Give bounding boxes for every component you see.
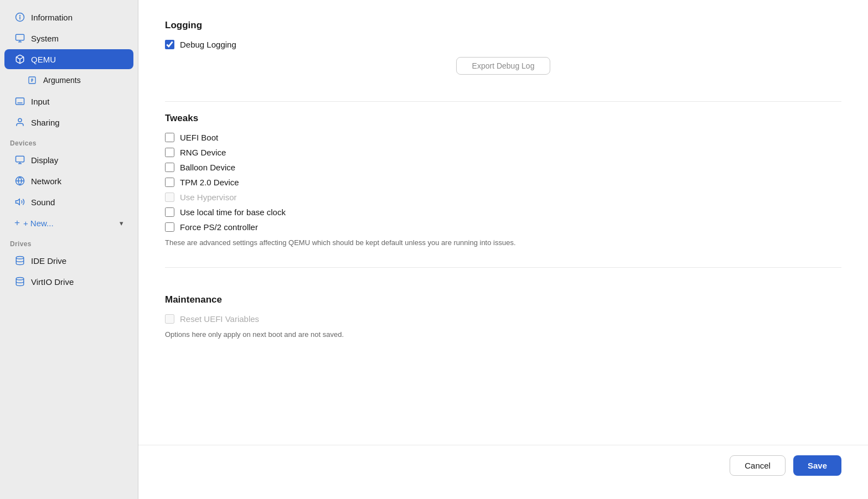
sidebar-item-qemu[interactable]: QEMU [4,49,133,69]
sidebar-item-label: QEMU [31,55,56,64]
plus-icon: + [14,217,20,228]
save-button[interactable]: Save [793,455,841,476]
sidebar-item-label: VirtIO Drive [31,277,74,287]
cancel-button[interactable]: Cancel [730,455,786,476]
maintenance-title: Maintenance [165,294,841,305]
use-local-time-label[interactable]: Use local time for base clock [180,207,286,217]
sidebar-item-arguments[interactable]: Arguments [4,70,133,90]
chevron-down-icon: ▾ [120,219,123,227]
debug-logging-label[interactable]: Debug Logging [180,40,236,49]
new-device-button[interactable]: + + New... ▾ [4,213,133,233]
sidebar-item-label: Network [31,176,61,186]
rng-device-checkbox[interactable] [165,148,174,157]
sidebar-item-label: Information [31,13,73,22]
info-icon [14,12,25,23]
sidebar-item-label: Sharing [31,118,60,127]
sound-icon [14,196,25,207]
reset-uefi-checkbox [165,314,174,324]
sidebar: Information System QEMU [0,0,138,499]
svg-point-12 [18,118,22,122]
balloon-device-checkbox[interactable] [165,163,174,172]
sidebar-item-label: Sound [31,197,55,207]
arguments-icon [27,75,38,86]
use-hypervisor-row: Use Hypervisor [165,193,841,202]
sidebar-item-network[interactable]: Network [4,171,133,191]
sidebar-item-virtio-drive[interactable]: VirtIO Drive [4,272,133,292]
force-ps2-checkbox[interactable] [165,222,174,232]
svg-rect-13 [16,156,24,162]
force-ps2-row: Force PS/2 controller [165,222,841,232]
display-icon [14,154,25,165]
debug-logging-checkbox[interactable] [165,40,174,49]
uefi-boot-label[interactable]: UEFI Boot [180,133,218,142]
use-local-time-row: Use local time for base clock [165,207,841,217]
network-icon [14,175,25,186]
sidebar-item-label: Input [31,97,49,106]
sidebar-item-sharing[interactable]: Sharing [4,112,133,132]
sidebar-item-label: IDE Drive [31,256,66,266]
main-content: Logging Debug Logging Export Debug Log T… [138,0,868,499]
logging-title: Logging [165,20,841,31]
uefi-boot-checkbox[interactable] [165,133,174,142]
sidebar-item-sound[interactable]: Sound [4,192,133,212]
uefi-boot-row: UEFI Boot [165,133,841,142]
input-icon [14,96,25,107]
use-hypervisor-label: Use Hypervisor [180,193,237,202]
virtio-drive-icon [14,276,25,287]
sidebar-item-system[interactable]: System [4,28,133,48]
maintenance-helper-text: Options here only apply on next boot and… [165,329,841,340]
balloon-device-label[interactable]: Balloon Device [180,163,235,172]
divider-2 [165,267,841,268]
sidebar-item-label: Display [31,155,58,165]
footer: Cancel Save [138,445,868,486]
export-debug-log-button[interactable]: Export Debug Log [456,57,551,75]
logging-section: Logging Debug Logging Export Debug Log [165,20,841,75]
tpm-device-checkbox[interactable] [165,178,174,187]
sidebar-item-display[interactable]: Display [4,150,133,170]
rng-device-row: RNG Device [165,148,841,157]
svg-rect-3 [16,34,24,40]
reset-uefi-label: Reset UEFI Variables [180,314,259,324]
sidebar-item-information[interactable]: Information [4,7,133,27]
divider-1 [165,101,841,102]
sharing-icon [14,117,25,128]
tpm-device-label[interactable]: TPM 2.0 Device [180,178,239,187]
tweaks-section: Tweaks UEFI Boot RNG Device Balloon Devi… [165,113,841,248]
ide-drive-icon [14,255,25,266]
sidebar-item-label: Arguments [43,76,81,85]
maintenance-section: Maintenance Reset UEFI Variables Options… [165,294,841,340]
force-ps2-label[interactable]: Force PS/2 controller [180,222,258,232]
rng-device-label[interactable]: RNG Device [180,148,226,157]
use-local-time-checkbox[interactable] [165,207,174,217]
drives-section-label: Drives [0,233,138,250]
reset-uefi-row: Reset UEFI Variables [165,314,841,324]
qemu-icon [14,54,25,65]
use-hypervisor-checkbox [165,193,174,202]
tweaks-helper-text: These are advanced settings affecting QE… [165,237,841,248]
svg-point-19 [16,257,24,259]
sidebar-item-input[interactable]: Input [4,91,133,111]
sidebar-item-ide-drive[interactable]: IDE Drive [4,251,133,271]
debug-logging-row: Debug Logging [165,40,841,49]
svg-point-20 [16,278,24,280]
tpm-device-row: TPM 2.0 Device [165,178,841,187]
svg-marker-18 [16,199,20,205]
balloon-device-row: Balloon Device [165,163,841,172]
tweaks-title: Tweaks [165,113,841,124]
system-icon [14,33,25,44]
new-button-label: + New... [23,219,54,228]
sidebar-item-label: System [31,34,59,43]
devices-section-label: Devices [0,133,138,149]
